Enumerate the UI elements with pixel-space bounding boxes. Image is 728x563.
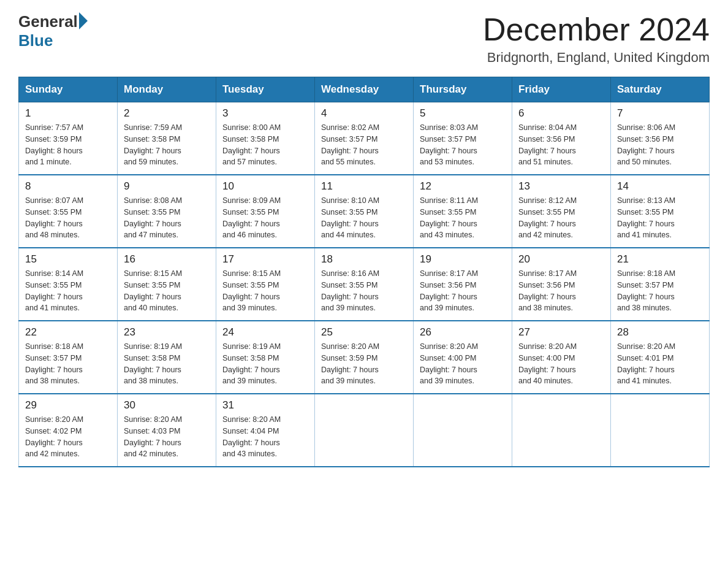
calendar-day-cell: 7Sunrise: 8:06 AM Sunset: 3:56 PM Daylig… — [611, 102, 710, 175]
day-info: Sunrise: 7:59 AM Sunset: 3:58 PM Dayligh… — [124, 122, 210, 168]
calendar-day-cell: 25Sunrise: 8:20 AM Sunset: 3:59 PM Dayli… — [315, 321, 414, 394]
calendar-day-cell: 22Sunrise: 8:18 AM Sunset: 3:57 PM Dayli… — [19, 321, 118, 394]
calendar-day-cell: 28Sunrise: 8:20 AM Sunset: 4:01 PM Dayli… — [611, 321, 710, 394]
day-number: 2 — [124, 107, 210, 120]
logo-blue-text: Blue — [18, 31, 53, 50]
day-info: Sunrise: 8:18 AM Sunset: 3:57 PM Dayligh… — [617, 268, 703, 314]
calendar-title: December 2024 — [483, 12, 710, 47]
day-number: 31 — [222, 399, 308, 412]
day-info: Sunrise: 8:15 AM Sunset: 3:55 PM Dayligh… — [124, 268, 210, 314]
day-info: Sunrise: 8:20 AM Sunset: 4:00 PM Dayligh… — [518, 341, 604, 387]
logo-triangle-icon — [79, 12, 88, 29]
day-info: Sunrise: 8:09 AM Sunset: 3:55 PM Dayligh… — [222, 195, 308, 241]
calendar-day-cell: 13Sunrise: 8:12 AM Sunset: 3:55 PM Dayli… — [512, 175, 611, 248]
calendar-day-cell — [512, 394, 611, 467]
title-block: December 2024 Bridgnorth, England, Unite… — [483, 12, 710, 66]
day-number: 20 — [518, 253, 604, 266]
day-info: Sunrise: 8:18 AM Sunset: 3:57 PM Dayligh… — [25, 341, 111, 387]
day-number: 12 — [420, 180, 506, 193]
day-info: Sunrise: 8:20 AM Sunset: 4:00 PM Dayligh… — [420, 341, 506, 387]
day-info: Sunrise: 8:20 AM Sunset: 4:01 PM Dayligh… — [617, 341, 703, 387]
day-number: 1 — [25, 107, 111, 120]
calendar-week-row: 8Sunrise: 8:07 AM Sunset: 3:55 PM Daylig… — [19, 175, 710, 248]
day-of-week-header: Saturday — [611, 77, 710, 102]
calendar-day-cell: 14Sunrise: 8:13 AM Sunset: 3:55 PM Dayli… — [611, 175, 710, 248]
calendar-day-cell: 5Sunrise: 8:03 AM Sunset: 3:57 PM Daylig… — [414, 102, 512, 175]
calendar-day-cell: 2Sunrise: 7:59 AM Sunset: 3:58 PM Daylig… — [118, 102, 216, 175]
day-info: Sunrise: 8:20 AM Sunset: 4:04 PM Dayligh… — [222, 414, 308, 460]
calendar-day-cell — [611, 394, 710, 467]
calendar-week-row: 15Sunrise: 8:14 AM Sunset: 3:55 PM Dayli… — [19, 248, 710, 321]
day-number: 11 — [321, 180, 407, 193]
day-number: 7 — [617, 107, 703, 120]
day-number: 21 — [617, 253, 703, 266]
day-number: 16 — [124, 253, 210, 266]
day-info: Sunrise: 8:15 AM Sunset: 3:55 PM Dayligh… — [222, 268, 308, 314]
calendar-day-cell: 24Sunrise: 8:19 AM Sunset: 3:58 PM Dayli… — [216, 321, 315, 394]
day-number: 23 — [124, 326, 210, 339]
calendar-day-cell: 11Sunrise: 8:10 AM Sunset: 3:55 PM Dayli… — [315, 175, 414, 248]
calendar-day-cell: 1Sunrise: 7:57 AM Sunset: 3:59 PM Daylig… — [19, 102, 118, 175]
logo-top-row: General — [18, 12, 89, 31]
day-number: 28 — [617, 326, 703, 339]
day-number: 17 — [222, 253, 308, 266]
calendar-day-cell: 31Sunrise: 8:20 AM Sunset: 4:04 PM Dayli… — [216, 394, 315, 467]
calendar-day-cell: 21Sunrise: 8:18 AM Sunset: 3:57 PM Dayli… — [611, 248, 710, 321]
calendar-subtitle: Bridgnorth, England, United Kingdom — [483, 50, 710, 66]
day-number: 9 — [124, 180, 210, 193]
calendar-day-cell: 23Sunrise: 8:19 AM Sunset: 3:58 PM Dayli… — [118, 321, 216, 394]
day-number: 10 — [222, 180, 308, 193]
day-of-week-header: Sunday — [19, 77, 118, 102]
calendar-day-cell: 8Sunrise: 8:07 AM Sunset: 3:55 PM Daylig… — [19, 175, 118, 248]
day-info: Sunrise: 8:20 AM Sunset: 4:02 PM Dayligh… — [25, 414, 111, 460]
day-info: Sunrise: 8:10 AM Sunset: 3:55 PM Dayligh… — [321, 195, 407, 241]
day-info: Sunrise: 8:11 AM Sunset: 3:55 PM Dayligh… — [420, 195, 506, 241]
page-header: General Blue December 2024 Bridgnorth, E… — [18, 12, 710, 66]
day-info: Sunrise: 8:06 AM Sunset: 3:56 PM Dayligh… — [617, 122, 703, 168]
day-number: 13 — [518, 180, 604, 193]
day-info: Sunrise: 8:13 AM Sunset: 3:55 PM Dayligh… — [617, 195, 703, 241]
calendar-day-cell — [414, 394, 512, 467]
day-info: Sunrise: 8:07 AM Sunset: 3:55 PM Dayligh… — [25, 195, 111, 241]
day-number: 27 — [518, 326, 604, 339]
day-number: 30 — [124, 399, 210, 412]
calendar-day-cell: 3Sunrise: 8:00 AM Sunset: 3:58 PM Daylig… — [216, 102, 315, 175]
logo-general-text: General — [18, 12, 78, 31]
day-number: 3 — [222, 107, 308, 120]
day-number: 29 — [25, 399, 111, 412]
day-number: 18 — [321, 253, 407, 266]
logo: General Blue — [18, 12, 89, 50]
day-number: 24 — [222, 326, 308, 339]
day-of-week-header: Wednesday — [315, 77, 414, 102]
calendar-day-cell: 6Sunrise: 8:04 AM Sunset: 3:56 PM Daylig… — [512, 102, 611, 175]
calendar-day-cell: 12Sunrise: 8:11 AM Sunset: 3:55 PM Dayli… — [414, 175, 512, 248]
day-number: 25 — [321, 326, 407, 339]
day-info: Sunrise: 8:17 AM Sunset: 3:56 PM Dayligh… — [420, 268, 506, 314]
calendar-day-cell: 20Sunrise: 8:17 AM Sunset: 3:56 PM Dayli… — [512, 248, 611, 321]
day-of-week-header: Monday — [118, 77, 216, 102]
day-number: 22 — [25, 326, 111, 339]
day-number: 14 — [617, 180, 703, 193]
day-info: Sunrise: 8:19 AM Sunset: 3:58 PM Dayligh… — [124, 341, 210, 387]
day-info: Sunrise: 8:19 AM Sunset: 3:58 PM Dayligh… — [222, 341, 308, 387]
calendar-day-cell: 19Sunrise: 8:17 AM Sunset: 3:56 PM Dayli… — [414, 248, 512, 321]
day-info: Sunrise: 7:57 AM Sunset: 3:59 PM Dayligh… — [25, 122, 111, 168]
day-info: Sunrise: 8:17 AM Sunset: 3:56 PM Dayligh… — [518, 268, 604, 314]
day-of-week-header: Tuesday — [216, 77, 315, 102]
calendar-day-cell: 27Sunrise: 8:20 AM Sunset: 4:00 PM Dayli… — [512, 321, 611, 394]
calendar-header-row: SundayMondayTuesdayWednesdayThursdayFrid… — [19, 77, 710, 102]
day-info: Sunrise: 8:04 AM Sunset: 3:56 PM Dayligh… — [518, 122, 604, 168]
day-of-week-header: Thursday — [414, 77, 512, 102]
calendar-day-cell: 10Sunrise: 8:09 AM Sunset: 3:55 PM Dayli… — [216, 175, 315, 248]
day-number: 26 — [420, 326, 506, 339]
day-number: 19 — [420, 253, 506, 266]
calendar-table: SundayMondayTuesdayWednesdayThursdayFrid… — [18, 77, 710, 467]
day-info: Sunrise: 8:00 AM Sunset: 3:58 PM Dayligh… — [222, 122, 308, 168]
calendar-day-cell: 30Sunrise: 8:20 AM Sunset: 4:03 PM Dayli… — [118, 394, 216, 467]
calendar-day-cell: 26Sunrise: 8:20 AM Sunset: 4:00 PM Dayli… — [414, 321, 512, 394]
calendar-week-row: 29Sunrise: 8:20 AM Sunset: 4:02 PM Dayli… — [19, 394, 710, 467]
day-number: 8 — [25, 180, 111, 193]
day-number: 5 — [420, 107, 506, 120]
day-info: Sunrise: 8:14 AM Sunset: 3:55 PM Dayligh… — [25, 268, 111, 314]
calendar-day-cell: 15Sunrise: 8:14 AM Sunset: 3:55 PM Dayli… — [19, 248, 118, 321]
